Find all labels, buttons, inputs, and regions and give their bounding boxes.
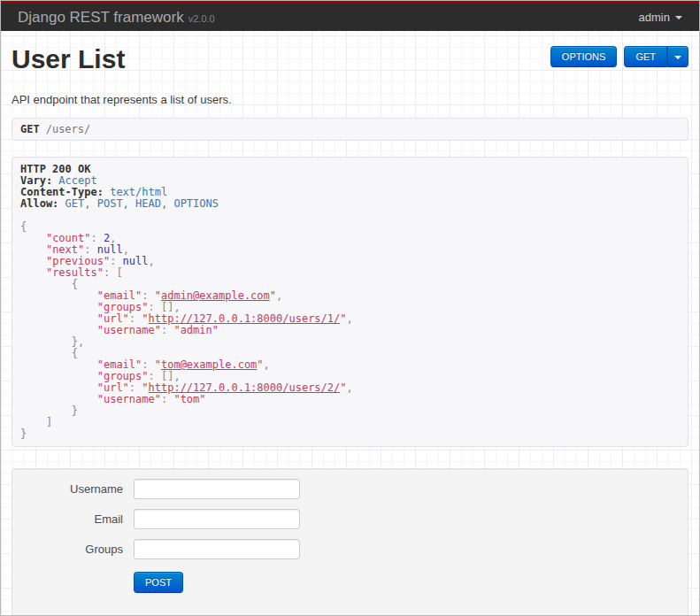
groups-label: Groups xyxy=(30,543,123,556)
brand-title: Django REST framework xyxy=(18,9,184,26)
get-dropdown-toggle[interactable] xyxy=(667,46,688,67)
response-token: : xyxy=(142,358,154,371)
email-input[interactable] xyxy=(134,509,300,529)
response-token xyxy=(20,358,97,371)
response-token: } xyxy=(20,404,78,417)
response-token: " xyxy=(155,358,161,371)
response-link[interactable]: http://127.0.0.1:8000/users/1/ xyxy=(149,312,341,325)
response-token: "url" xyxy=(97,312,129,325)
response-token: "email" xyxy=(97,289,142,302)
response-token: "results" xyxy=(46,266,104,279)
response-token: null xyxy=(123,255,149,267)
toolbar: OPTIONS GET xyxy=(550,46,688,67)
username-input[interactable] xyxy=(134,479,300,499)
response-token: GET, POST, HEAD, OPTIONS xyxy=(65,197,219,210)
navbar: Django REST frameworkv2.0.0 admin xyxy=(1,1,699,31)
response-token: "tom" xyxy=(173,393,205,405)
drf-browsable-api-page: { "navbar": { "brand": "Django REST fram… xyxy=(0,0,700,616)
user-menu-label: admin xyxy=(639,11,670,24)
brand-version: v2.0.0 xyxy=(188,13,215,24)
get-button[interactable]: GET xyxy=(624,46,667,67)
response-token: , xyxy=(123,243,129,256)
response-token: : xyxy=(142,289,154,302)
caret-down-icon xyxy=(674,56,681,59)
response-line: }, xyxy=(20,336,680,348)
post-button[interactable]: POST xyxy=(134,572,183,593)
response-token: : xyxy=(110,255,122,267)
response-line xyxy=(20,210,680,221)
response-token: Content-Type: xyxy=(20,186,104,198)
response-token: null xyxy=(97,243,123,256)
response-token: : xyxy=(90,232,103,244)
response-token: "username" xyxy=(97,393,161,405)
response-token xyxy=(58,197,65,210)
response-token: : xyxy=(161,393,173,405)
form-row-email: Email xyxy=(30,509,670,529)
response-link[interactable]: tom@example.com xyxy=(161,358,257,371)
response-token xyxy=(20,266,46,279)
response-line: "username": "tom" xyxy=(20,394,680,405)
response-line: "username": "admin" xyxy=(20,325,680,336)
endpoint-description: API endpoint that represents a list of u… xyxy=(12,93,688,106)
response-token: : xyxy=(149,370,161,382)
response-line: HTTP 200 OK xyxy=(20,164,680,175)
response-token: , xyxy=(347,381,353,394)
response-token: { xyxy=(20,278,78,290)
response-token: "admin" xyxy=(173,324,219,336)
response-token: " xyxy=(340,381,346,394)
response-token: { xyxy=(20,347,78,359)
response-token: , xyxy=(264,358,270,371)
email-label: Email xyxy=(30,512,123,526)
response-token xyxy=(20,324,97,336)
response-token: [], xyxy=(161,370,181,382)
form-row-username: Username xyxy=(30,479,670,499)
response-token: : xyxy=(129,312,142,325)
response-token xyxy=(20,312,97,325)
response-token: "count" xyxy=(46,232,91,244)
response-token: } xyxy=(20,427,27,440)
page-title: User List xyxy=(12,44,125,74)
response-token: "url" xyxy=(97,381,129,394)
response-token xyxy=(20,289,97,302)
response-token: " xyxy=(340,312,346,325)
response-line: } xyxy=(20,405,680,417)
response-line: "results": [ xyxy=(20,267,680,279)
user-menu[interactable]: admin xyxy=(639,11,682,24)
response-token: : xyxy=(149,301,161,313)
response-token: " xyxy=(257,358,263,371)
response-token: HTTP 200 OK xyxy=(20,163,90,175)
form-row-groups: Groups xyxy=(30,539,670,559)
response-link[interactable]: admin@example.com xyxy=(161,289,270,302)
response-token: " xyxy=(142,381,148,394)
main-content: User List OPTIONS GET API endpoint that … xyxy=(1,44,699,616)
response-token: " xyxy=(142,312,148,325)
response-token: }, xyxy=(20,335,84,348)
response-token: "email" xyxy=(97,358,142,371)
response-token: : xyxy=(129,381,142,394)
response-body: HTTP 200 OKVary: AcceptContent-Type: tex… xyxy=(12,157,688,447)
groups-input[interactable] xyxy=(134,539,300,559)
response-token: " xyxy=(270,289,276,302)
response-token xyxy=(20,232,46,244)
response-token: { xyxy=(20,220,27,233)
response-token: : xyxy=(161,324,173,336)
response-line: ] xyxy=(20,417,680,428)
response-token xyxy=(20,255,46,267)
brand: Django REST frameworkv2.0.0 xyxy=(18,9,215,27)
options-button[interactable]: OPTIONS xyxy=(550,46,618,67)
response-token: text/html xyxy=(110,186,167,198)
response-token: Allow: xyxy=(20,197,58,210)
response-token: "username" xyxy=(97,324,161,336)
response-token xyxy=(20,381,97,394)
response-token xyxy=(20,301,97,313)
response-token: Vary: xyxy=(20,174,52,187)
response-line: Allow: GET, POST, HEAD, OPTIONS xyxy=(20,198,680,210)
response-token: , xyxy=(110,232,116,244)
request-path: /users/ xyxy=(46,123,91,135)
page-header: User List OPTIONS GET xyxy=(12,44,688,74)
response-token: Accept xyxy=(58,174,96,187)
response-token: "previous" xyxy=(46,255,110,267)
response-link[interactable]: http://127.0.0.1:8000/users/2/ xyxy=(149,381,341,394)
response-line: } xyxy=(20,428,680,440)
response-token xyxy=(20,393,97,405)
